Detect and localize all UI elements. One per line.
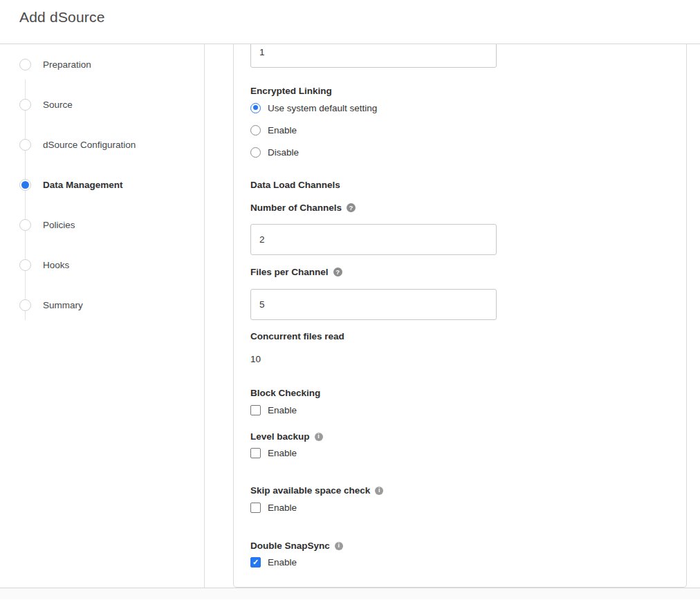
checkbox-label: Enable bbox=[268, 557, 297, 568]
concurrent-files-read-value: 10 bbox=[250, 354, 670, 364]
top-number-input[interactable] bbox=[250, 44, 497, 68]
skip-available-space-check-label: Skip available space check i bbox=[250, 485, 670, 496]
label-text: Skip available space check bbox=[250, 485, 370, 496]
radio-row-use-system-default[interactable]: Use system default setting bbox=[250, 102, 670, 113]
sidebar-item-policies[interactable]: Policies bbox=[0, 205, 204, 245]
info-icon[interactable]: i bbox=[335, 542, 343, 550]
radio-label: Disable bbox=[268, 147, 299, 158]
sidebar-item-data-management[interactable]: Data Management bbox=[0, 165, 204, 205]
wizard-header: Add dSource bbox=[0, 0, 700, 44]
block-checking-label: Block Checking bbox=[250, 388, 670, 398]
label-text: Double SnapSync bbox=[250, 541, 330, 551]
double-snapsync-enable-row[interactable]: ✓ Enable bbox=[250, 556, 670, 568]
radio-unselected-icon[interactable] bbox=[250, 125, 261, 135]
files-per-channel-input[interactable] bbox=[250, 289, 497, 320]
step-circle-icon bbox=[19, 259, 31, 271]
sidebar-item-dsource-configuration[interactable]: dSource Configuration bbox=[0, 124, 204, 165]
radio-row-disable[interactable]: Disable bbox=[250, 147, 670, 158]
skip-available-space-check-enable-row[interactable]: ✓ Enable bbox=[250, 502, 670, 513]
help-icon[interactable]: ? bbox=[333, 268, 342, 276]
sidebar-item-source[interactable]: Source bbox=[0, 84, 204, 124]
encrypted-linking-label: Encrypted Linking bbox=[250, 86, 670, 96]
checkbox-label: Enable bbox=[268, 405, 297, 415]
step-label: Summary bbox=[43, 300, 83, 310]
step-circle-icon bbox=[19, 59, 31, 71]
checkbox-checked-icon[interactable]: ✓ bbox=[250, 557, 261, 568]
step-circle-active-icon bbox=[19, 179, 31, 191]
step-circle-icon bbox=[19, 139, 31, 151]
data-management-form-panel: Encrypted Linking Use system default set… bbox=[233, 44, 687, 588]
info-icon[interactable]: i bbox=[375, 487, 383, 495]
radio-label: Use system default setting bbox=[268, 103, 377, 113]
checkmark-icon: ✓ bbox=[252, 559, 259, 566]
step-circle-icon bbox=[19, 219, 31, 231]
step-circle-icon bbox=[19, 99, 31, 111]
number-of-channels-label: Number of Channels ? bbox=[250, 203, 670, 213]
page-bottom-strip bbox=[0, 588, 700, 599]
radio-label: Enable bbox=[268, 125, 297, 135]
checkbox-label: Enable bbox=[268, 503, 297, 513]
data-load-channels-heading: Data Load Channels bbox=[250, 180, 670, 190]
wizard-body: Preparation Source dSource Configuration… bbox=[0, 44, 700, 588]
step-label: Source bbox=[43, 100, 73, 110]
label-text: Number of Channels bbox=[250, 203, 342, 213]
checkbox-unchecked-icon[interactable]: ✓ bbox=[250, 503, 261, 513]
step-label: dSource Configuration bbox=[43, 140, 136, 150]
sidebar-item-preparation[interactable]: Preparation bbox=[0, 44, 204, 84]
checkbox-unchecked-icon[interactable]: ✓ bbox=[250, 448, 261, 458]
sidebar-item-summary[interactable]: Summary bbox=[0, 285, 204, 325]
checkbox-label: Enable bbox=[268, 448, 297, 458]
wizard-stepper-sidebar: Preparation Source dSource Configuration… bbox=[0, 44, 205, 588]
step-circle-icon bbox=[19, 299, 31, 311]
number-of-channels-input[interactable] bbox=[250, 224, 497, 255]
concurrent-files-read-label: Concurrent files read bbox=[250, 331, 670, 341]
level-backup-enable-row[interactable]: ✓ Enable bbox=[250, 447, 670, 458]
label-text: Files per Channel bbox=[250, 267, 329, 277]
step-label: Hooks bbox=[43, 260, 69, 270]
radio-unselected-icon[interactable] bbox=[250, 147, 261, 158]
sidebar-item-hooks[interactable]: Hooks bbox=[0, 245, 204, 285]
level-backup-label: Level backup i bbox=[250, 431, 670, 442]
block-checking-enable-row[interactable]: ✓ Enable bbox=[250, 404, 670, 415]
label-text: Level backup bbox=[250, 431, 310, 442]
radio-selected-icon[interactable] bbox=[250, 103, 261, 113]
double-snapsync-label: Double SnapSync i bbox=[250, 541, 670, 551]
page-title: Add dSource bbox=[19, 9, 700, 26]
step-label: Data Management bbox=[43, 180, 123, 190]
files-per-channel-label: Files per Channel ? bbox=[250, 267, 670, 277]
radio-row-enable[interactable]: Enable bbox=[250, 124, 670, 135]
step-label: Policies bbox=[43, 220, 75, 230]
step-label: Preparation bbox=[43, 59, 91, 70]
checkbox-unchecked-icon[interactable]: ✓ bbox=[250, 405, 261, 415]
help-icon[interactable]: ? bbox=[347, 203, 356, 212]
info-icon[interactable]: i bbox=[315, 433, 323, 441]
